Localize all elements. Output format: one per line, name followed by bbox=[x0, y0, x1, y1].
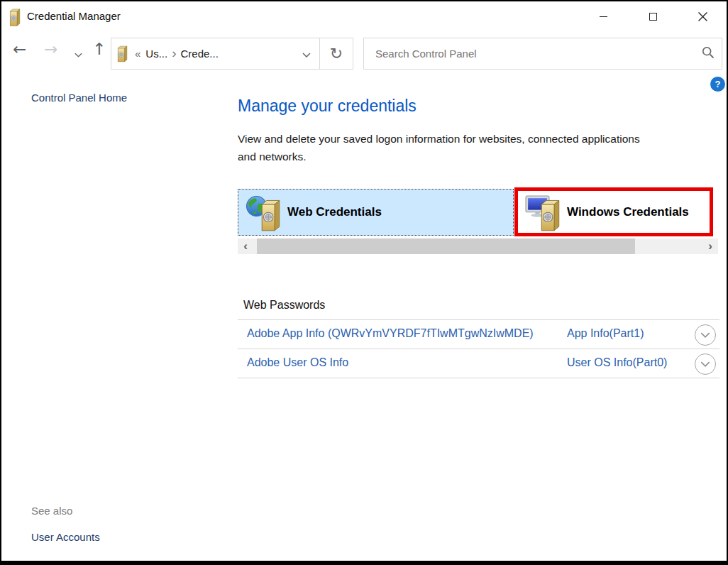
expand-credential-button[interactable] bbox=[695, 324, 716, 346]
red-highlight-annotation: Windows Credentials bbox=[514, 187, 713, 236]
web-credentials-icon bbox=[246, 193, 284, 231]
expand-credential-button[interactable] bbox=[695, 353, 716, 375]
credential-link[interactable]: Adobe App Info (QWRvYmVYRDF7fTIwMTgwNzIw… bbox=[247, 327, 534, 340]
minimize-button[interactable] bbox=[587, 4, 619, 28]
back-button[interactable]: ← bbox=[13, 40, 26, 58]
breadcrumb-item-credential-manager[interactable]: Crede... bbox=[181, 48, 219, 60]
search-icon[interactable] bbox=[702, 46, 715, 62]
sidebar-item-control-panel-home[interactable]: Control Panel Home bbox=[31, 92, 127, 104]
see-also-label: See also bbox=[31, 505, 72, 517]
credential-detail: User OS Info(Part0) bbox=[567, 356, 667, 369]
history-dropdown-icon[interactable] bbox=[75, 47, 82, 60]
breadcrumb-item-user-accounts[interactable]: Us... bbox=[145, 48, 167, 60]
divider bbox=[238, 349, 719, 349]
up-button[interactable]: ↑ bbox=[92, 40, 106, 58]
credential-manager-window: Credential Manager ← → ↑ « Us... › Crede… bbox=[0, 0, 728, 565]
description-line-1: View and delete your saved logon informa… bbox=[238, 130, 640, 148]
search-input[interactable] bbox=[364, 38, 683, 69]
breadcrumb-separator-icon[interactable]: › bbox=[172, 46, 176, 60]
refresh-button[interactable]: ↻ bbox=[319, 38, 353, 69]
forward-button[interactable]: → bbox=[44, 40, 57, 58]
navigation-toolbar: ← → ↑ « Us... › Crede... ↻ bbox=[1, 34, 727, 72]
scrollbar-thumb[interactable] bbox=[257, 238, 635, 254]
maximize-button[interactable] bbox=[636, 4, 669, 28]
tab-label: Windows Credentials bbox=[567, 205, 689, 219]
close-icon bbox=[698, 12, 707, 21]
scroll-right-icon[interactable]: › bbox=[704, 238, 717, 254]
chevron-down-icon bbox=[700, 332, 710, 338]
tab-web-credentials[interactable]: Web Credentials bbox=[238, 189, 514, 236]
credential-tabs: Web Credentials Windows Credentials bbox=[238, 189, 720, 236]
maximize-icon bbox=[649, 13, 657, 21]
scroll-left-icon[interactable]: ‹ bbox=[239, 238, 252, 254]
minimize-icon bbox=[600, 16, 607, 17]
page-description: View and delete your saved logon informa… bbox=[238, 130, 640, 165]
window-title: Credential Manager bbox=[27, 10, 121, 22]
windows-credentials-icon bbox=[525, 193, 563, 231]
divider bbox=[238, 378, 719, 378]
breadcrumb: « Us... › Crede... bbox=[111, 38, 319, 69]
title-bar: Credential Manager bbox=[1, 1, 727, 34]
horizontal-scrollbar[interactable]: ‹ › bbox=[238, 238, 718, 254]
credential-manager-icon bbox=[9, 8, 21, 29]
credential-detail: App Info(Part1) bbox=[567, 327, 644, 340]
section-title: Web Passwords bbox=[243, 299, 325, 312]
close-button[interactable] bbox=[686, 4, 719, 28]
breadcrumb-collapse-chevron[interactable]: « bbox=[135, 48, 140, 60]
credential-manager-icon bbox=[117, 45, 128, 62]
question-mark-icon: ? bbox=[715, 79, 721, 89]
address-bar: « Us... › Crede... ↻ bbox=[111, 38, 353, 70]
refresh-icon: ↻ bbox=[330, 45, 343, 62]
divider bbox=[238, 319, 719, 320]
search-box bbox=[363, 38, 722, 70]
sidebar-item-user-accounts[interactable]: User Accounts bbox=[31, 531, 100, 543]
page-title: Manage your credentials bbox=[238, 97, 417, 116]
description-line-2: and networks. bbox=[238, 148, 640, 165]
chevron-down-icon bbox=[700, 361, 710, 367]
tab-windows-credentials[interactable]: Windows Credentials bbox=[518, 191, 710, 233]
credential-link[interactable]: Adobe User OS Info bbox=[247, 356, 348, 369]
tab-label: Web Credentials bbox=[287, 205, 382, 219]
help-button[interactable]: ? bbox=[710, 77, 725, 92]
address-dropdown-icon[interactable] bbox=[302, 48, 311, 60]
